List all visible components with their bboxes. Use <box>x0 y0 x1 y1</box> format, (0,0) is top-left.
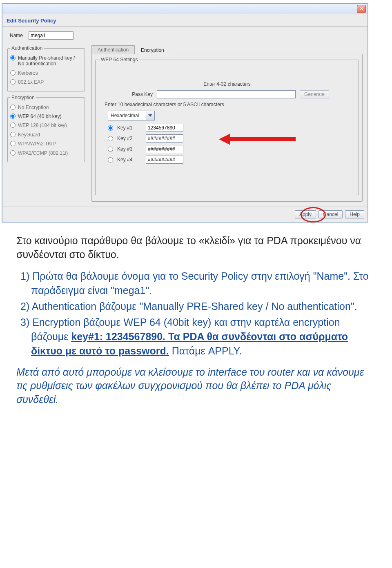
enc-legend: Encryption <box>10 95 36 100</box>
enc-label-wep128: WEP 128 (104 bit key) <box>18 123 67 128</box>
tab-encryption[interactable]: Encryption <box>135 46 170 54</box>
doc-step-3d: Πατάμε APPLY. <box>169 345 242 356</box>
auth-option-manual[interactable]: Manually Pre-shared key / No authenticat… <box>10 53 82 69</box>
key3-input[interactable] <box>146 145 183 153</box>
format-select-value: Hexadecimal <box>108 111 146 120</box>
key3-label: Key #3 <box>117 146 142 152</box>
hex-note: Enter 10 hexadecimal characters or 5 ASC… <box>100 102 224 107</box>
key1-label: Key #1 <box>117 125 142 131</box>
apply-button[interactable]: Apply <box>295 210 316 218</box>
tab-bar: Authentication Encryption <box>91 45 363 54</box>
encryption-tab-body: WEP 64 Settings Enter 4-32 characters Pa… <box>91 54 363 202</box>
close-icon[interactable]: ✕ <box>357 5 366 13</box>
enc-radio-wep128[interactable] <box>10 123 16 128</box>
format-select[interactable]: Hexadecimal <box>108 111 155 120</box>
passkey-label: Pass Key <box>100 91 153 97</box>
doc-intro: Στο καινούριο παράθυρο θα βάλουμε το «κλ… <box>16 234 376 262</box>
enc-option-wep128[interactable]: WEP 128 (104 bit key) <box>10 121 82 130</box>
auth-option-kerberos[interactable]: Kerberos <box>10 69 82 78</box>
dialog-body: Name Authentication Manually Pre-shared … <box>2 27 368 207</box>
auth-label-kerberos: Kerberos <box>18 70 38 76</box>
chevron-down-icon <box>146 111 154 120</box>
key1-radio[interactable] <box>108 125 113 131</box>
doc-step-3b: key#1: 1234567890. <box>71 331 165 342</box>
enc-label-keyguard: KeyGuard <box>18 132 40 138</box>
auth-radio-manual[interactable] <box>10 55 16 60</box>
enc-label-none: No Encryption <box>18 105 49 110</box>
enter-chars-label: Enter 4-32 characters <box>100 81 354 87</box>
doc-step-3: 3) Encryption βάζουμε WEP 64 (40bit key)… <box>31 315 376 358</box>
help-button[interactable]: Help <box>345 210 364 218</box>
enc-label-wpa2: WPA2/CCMP (802.11i) <box>18 150 68 156</box>
key3-radio[interactable] <box>108 147 113 152</box>
document-body: Στο καινούριο παράθυρο θα βάλουμε το «κλ… <box>0 223 392 426</box>
auth-radio-kerberos[interactable] <box>10 70 16 76</box>
enc-option-none[interactable]: No Encryption <box>10 103 82 112</box>
name-label: Name <box>10 33 23 38</box>
enc-option-wpa2[interactable]: WPA2/CCMP (802.11i) <box>10 149 82 158</box>
key4-label: Key #4 <box>117 157 142 163</box>
doc-step-1: 1) Πρώτα θα βάλουμε όνομα για το Securit… <box>31 269 376 298</box>
dialog-window: ✕ Edit Security Policy Name Authenticati… <box>2 3 368 223</box>
enc-option-wep64[interactable]: WEP 64 (40 bit key) <box>10 112 82 121</box>
wep-legend: WEP 64 Settings <box>100 57 139 62</box>
auth-label-eap: 802.1x EAP <box>18 79 44 85</box>
title-bar: ✕ <box>2 4 368 14</box>
key2-radio[interactable] <box>108 136 113 141</box>
auth-label-manual: Manually Pre-shared key / No authenticat… <box>18 55 82 67</box>
enc-radio-wpa2[interactable] <box>10 150 16 156</box>
key2-label: Key #2 <box>117 136 142 141</box>
name-input[interactable] <box>29 31 74 40</box>
enc-option-keyguard[interactable]: KeyGuard <box>10 130 82 139</box>
enc-radio-none[interactable] <box>10 105 16 110</box>
auth-radio-eap[interactable] <box>10 79 16 85</box>
enc-fieldset: Encryption No Encryption WEP 64 (40 bit … <box>7 95 85 162</box>
dialog-title: Edit Security Policy <box>2 14 368 27</box>
key1-input[interactable] <box>146 124 183 132</box>
auth-option-eap[interactable]: 802.1x EAP <box>10 78 82 87</box>
key4-input[interactable] <box>146 156 183 164</box>
tab-authentication[interactable]: Authentication <box>91 45 135 54</box>
key4-radio[interactable] <box>108 157 113 163</box>
dialog-footer: Apply Cancel Help <box>2 207 368 222</box>
wep-settings-fieldset: WEP 64 Settings Enter 4-32 characters Pa… <box>95 57 359 195</box>
auth-legend: Authentication <box>10 45 44 51</box>
passkey-input[interactable] <box>157 90 296 98</box>
doc-step-2: 2) Authentication βάζουμε "Manually PRE-… <box>31 299 376 314</box>
key2-input[interactable] <box>146 134 183 143</box>
enc-label-wpa: WPA/WPA2 TKIP <box>18 141 56 147</box>
enc-radio-wep64[interactable] <box>10 114 16 119</box>
svg-marker-0 <box>148 114 152 117</box>
doc-closing: Μετά από αυτό μπορούμε να κλείσουμε το i… <box>16 365 376 407</box>
cancel-button[interactable]: Cancel <box>318 210 343 218</box>
enc-option-wpa[interactable]: WPA/WPA2 TKIP <box>10 139 82 148</box>
generate-button[interactable]: Generate <box>300 90 329 98</box>
enc-label-wep64: WEP 64 (40 bit key) <box>18 114 62 119</box>
auth-fieldset: Authentication Manually Pre-shared key /… <box>7 45 85 91</box>
enc-radio-keyguard[interactable] <box>10 132 16 137</box>
enc-radio-wpa[interactable] <box>10 141 16 146</box>
